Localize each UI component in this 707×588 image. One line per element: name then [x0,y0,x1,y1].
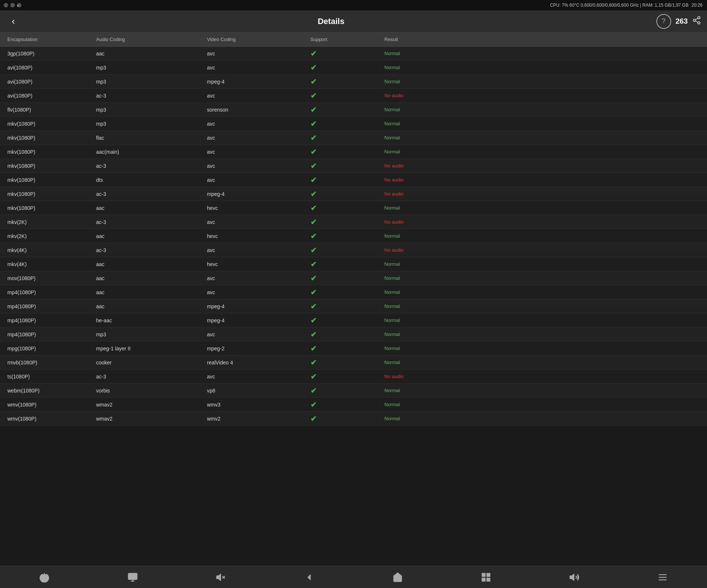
cell-support: ✔ [307,218,381,227]
cell-audio-coding: he-aac [93,317,204,323]
cell-encapsulation: mp4(1080P) [4,317,93,323]
svg-rect-13 [487,573,490,576]
cell-support: ✔ [307,119,381,128]
cell-result: No audio [381,219,703,225]
cell-support: ✔ [307,190,381,198]
cell-audio-coding: wmav2 [93,416,204,422]
cell-encapsulation: mp4(1080P) [4,303,93,309]
cell-result: Normal [381,79,703,84]
cell-video-coding: mpeg-4 [204,79,307,85]
cell-audio-coding: flac [93,135,204,141]
table-row: wmv(1080P) wmav2 wmv3 ✔ Normal [0,398,707,412]
cell-support: ✔ [307,49,381,58]
col-video-coding: Video Coding [204,37,307,42]
cell-audio-coding: aac [93,205,204,211]
battery-icon: ▪ [17,3,21,7]
recent-apps-icon[interactable] [477,568,495,587]
table-row: webm(1080P) vorbis vp8 ✔ Normal [0,384,707,398]
cell-audio-coding: ac-3 [93,219,204,225]
menu-icon[interactable] [653,568,672,587]
cell-encapsulation: mkv(1080P) [4,205,93,211]
share-icon[interactable] [692,16,701,27]
cell-audio-coding: ac-3 [93,191,204,197]
cpu-info: CPU: 7% 60°C 0,600/0,600/0,600/0,600 GHz… [550,3,689,8]
cell-video-coding: avc [204,247,307,253]
cell-support: ✔ [307,232,381,241]
cell-encapsulation: wmv(1080P) [4,416,93,422]
cell-video-coding: mpeg-4 [204,317,307,323]
header: ‹ Details ? 263 [0,10,707,33]
cell-result: Normal [381,205,703,211]
cell-result: Normal [381,360,703,365]
cell-support: ✔ [307,358,381,367]
cell-video-coding: avc [204,275,307,281]
cell-support: ✔ [307,91,381,100]
cell-result: Normal [381,233,703,239]
back-nav-icon[interactable] [300,568,319,587]
cell-audio-coding: aac [93,303,204,309]
page-title: Details [28,17,634,26]
col-encapsulation: Encapsulation [4,37,93,42]
table-row: mkv(1080P) aac hevc ✔ Normal [0,201,707,215]
help-icon[interactable]: ? [656,14,671,29]
cell-encapsulation: mov(1080P) [4,275,93,281]
cell-result: No audio [381,191,703,197]
svg-rect-12 [482,573,485,576]
checkmark-icon: ✔ [310,386,317,395]
cell-audio-coding: ac-3 [93,163,204,169]
table-headers: Encapsulation Audio Coding Video Coding … [0,33,707,47]
cell-audio-coding: mp3 [93,65,204,71]
cell-audio-coding: aac(main) [93,149,204,155]
cell-support: ✔ [307,260,381,269]
cell-encapsulation: mkv(1080P) [4,163,93,169]
cell-result: Normal [381,135,703,140]
bottom-nav [0,566,707,588]
svg-point-1 [693,19,696,21]
svg-marker-16 [570,574,574,580]
checkmark-icon: ✔ [310,246,317,255]
table-row: flv(1080P) mp3 sorenson ✔ Normal [0,103,707,117]
cell-result: Normal [381,416,703,421]
cell-video-coding: avc [204,135,307,141]
table-row: mkv(2K) ac-3 avc ✔ No audio [0,215,707,229]
home-icon[interactable] [388,568,407,587]
cell-video-coding: hevc [204,261,307,267]
cell-encapsulation: flv(1080P) [4,107,93,113]
cell-encapsulation: mkv(4K) [4,247,93,253]
cell-audio-coding: aac [93,289,204,295]
table-row: mkv(1080P) dts avc ✔ No audio [0,173,707,187]
cell-audio-coding: vorbis [93,388,204,394]
cell-support: ✔ [307,274,381,283]
table-row: mkv(4K) aac hevc ✔ Normal [0,257,707,271]
col-audio-coding: Audio Coding [93,37,204,42]
cell-video-coding: avc [204,332,307,337]
cell-video-coding: vp8 [204,388,307,394]
checkmark-icon: ✔ [310,204,317,213]
checkmark-icon: ✔ [310,414,317,423]
back-button[interactable]: ‹ [6,14,21,29]
checkmark-icon: ✔ [310,232,317,241]
cell-support: ✔ [307,133,381,142]
table-row: mov(1080P) aac avc ✔ Normal [0,271,707,285]
col-result: Result [381,37,703,42]
cell-video-coding: mpeg-4 [204,191,307,197]
cell-video-coding: hevc [204,205,307,211]
power-icon[interactable] [35,568,54,587]
checkmark-icon: ✔ [310,190,317,198]
display-icon[interactable] [123,568,142,587]
cell-audio-coding: mp3 [93,107,204,113]
cell-video-coding: avc [204,65,307,71]
cell-encapsulation: mkv(1080P) [4,177,93,183]
cell-support: ✔ [307,372,381,381]
svg-rect-5 [128,573,137,579]
volume-down-icon[interactable] [212,568,230,587]
cell-audio-coding: ac-3 [93,93,204,99]
cell-result: Normal [381,317,703,323]
data-table: 3gp(1080P) aac avc ✔ Normal avi(1080P) m… [0,47,707,426]
svg-rect-14 [487,578,490,581]
table-row: rmvb(1080P) cooker realVideo 4 ✔ Normal [0,356,707,370]
volume-up-icon[interactable] [565,568,584,587]
cell-encapsulation: mkv(1080P) [4,149,93,155]
cell-video-coding: avc [204,219,307,225]
cell-video-coding: wmv2 [204,416,307,422]
